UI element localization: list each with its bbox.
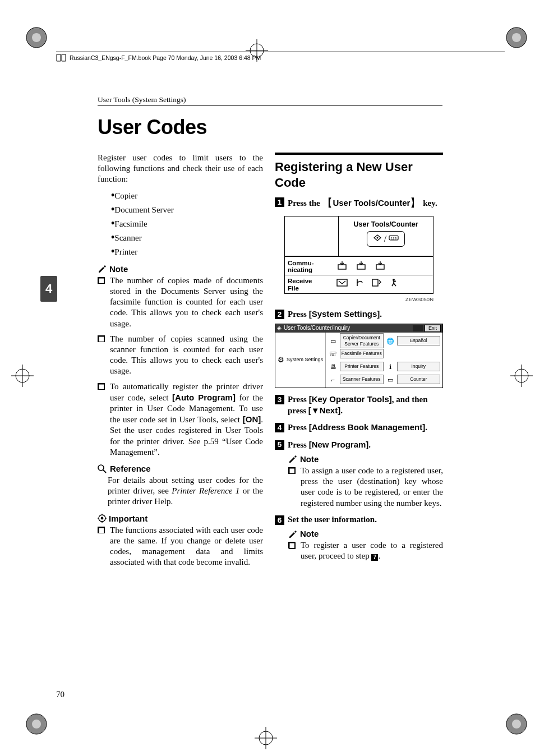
checkbox-icon (98, 527, 104, 533)
step-number-icon: 6 (275, 515, 284, 525)
counter-button: Counter (397, 375, 441, 384)
tray-down-icon (356, 260, 367, 270)
step-number-icon: 2 (275, 310, 284, 319)
running-head: User Tools (System Settings) (98, 95, 186, 104)
checkbox-icon (98, 335, 104, 342)
column-left: Register user codes to limit users to th… (98, 153, 263, 573)
pencil-note-icon (98, 264, 107, 273)
page-number: 70 (56, 690, 64, 699)
registration-mark-icon (502, 710, 531, 738)
person-walk-icon (389, 278, 400, 287)
book-header-text: RussianC3_ENgsg-F_FM.book Page 70 Monday… (70, 54, 261, 61)
control-panel-illustration: User Tools/Counter / 123 Commu-nicating (284, 216, 433, 294)
column-right: Registering a New User Code 1 Press the … (275, 153, 443, 566)
page-arrow-icon (371, 278, 381, 287)
registration-mark-icon (22, 710, 50, 738)
svg-point-3 (512, 33, 521, 42)
note-item: To automatically register the printer dr… (98, 381, 263, 458)
step-2: 2 Press [System Settings]. (275, 308, 443, 320)
intro-paragraph: Register user codes to limit users to th… (98, 153, 263, 185)
svg-text:123: 123 (391, 237, 397, 240)
checkbox-icon (98, 383, 104, 390)
svg-point-23 (101, 517, 104, 520)
panel-title: User Tools/Counter (339, 220, 433, 229)
note-item: To assign a user code to a registered us… (288, 465, 443, 509)
counter-icon: ▭ (385, 376, 395, 384)
section-rule (275, 153, 443, 155)
facsimile-features-button: Facsimile Features (340, 349, 384, 358)
important-text: The functions associated with each user … (110, 525, 263, 567)
alignment-mark-icon (11, 365, 34, 387)
tray-down-icon (375, 260, 386, 270)
step-body: Press [New Program]. (288, 439, 443, 450)
list-item: Copier (98, 189, 263, 202)
note-list: The number of copies made of documents s… (98, 275, 263, 458)
alignment-mark-icon (510, 365, 533, 387)
reference-label: Reference (110, 463, 151, 474)
diamond-icon: ◈ (277, 325, 282, 332)
screenshot-clock (413, 325, 423, 331)
communicating-label: Commu-nicating (285, 258, 333, 275)
communicating-icons (333, 258, 433, 275)
step-6-note: Note To register a user code to a regist… (275, 528, 443, 562)
svg-point-1 (32, 33, 41, 42)
svg-point-20 (98, 465, 104, 471)
function-list: Copier Document Server Facsimile Scanner… (98, 189, 263, 258)
svg-point-7 (512, 720, 521, 729)
system-settings-label: System Settings (287, 357, 323, 363)
registration-mark-icon (22, 24, 50, 52)
step-body: Press [System Settings]. (288, 308, 443, 320)
copier-icon: ▭ (328, 337, 338, 345)
list-item: Facsimile (98, 217, 263, 230)
arrow-right-icon (356, 278, 363, 287)
svg-rect-32 (338, 265, 346, 269)
important-heading: Important (98, 513, 263, 524)
note-heading: Note (98, 264, 263, 274)
reference-heading: Reference (98, 463, 263, 474)
step-5: 5 Press [New Program]. (275, 439, 443, 450)
page-title: User Codes (98, 116, 207, 139)
section-heading: Registering a New User Code (275, 159, 443, 191)
step-number-icon: 5 (275, 440, 284, 450)
step-number-icon: 3 (275, 395, 284, 404)
note-item: To register a user code to a registered … (288, 540, 443, 561)
running-head-rule (98, 105, 442, 106)
lcd-screenshot: ◈ User Tools/Counter/Inquiry Exit ⚙ Syst… (275, 324, 443, 389)
gear-icon: ⚙ (278, 356, 284, 365)
reference-emphasis: Printer Reference 1 (172, 486, 239, 495)
reference-body: For details about setting user codes for… (98, 475, 263, 508)
fax-icon: ☏ (328, 350, 338, 358)
alignment-mark-icon (255, 727, 277, 749)
inquiry-button: Inquiry (397, 362, 441, 371)
scanner-icon: ⌐ (328, 376, 338, 384)
copier-features-button: Copier/Document Server Features (340, 333, 384, 349)
counter-icon: 123 (389, 234, 399, 242)
step-5-note: Note To assign a user code to a register… (275, 454, 443, 509)
registration-mark-icon (502, 24, 531, 52)
note-text: To assign a user code to a registered us… (301, 466, 443, 508)
note-text: The number of copies made of documents s… (110, 276, 263, 328)
gear-important-icon (98, 514, 107, 523)
step-body: Press [Address Book Management]. (288, 422, 443, 433)
svg-point-5 (32, 720, 41, 729)
note-label: Note (109, 264, 128, 274)
note-text: The number of copies scanned using the s… (110, 334, 263, 376)
note-item: The number of copies made of documents s… (98, 275, 263, 329)
magnifier-reference-icon (98, 464, 107, 473)
espanol-button: Español (397, 336, 441, 345)
note-text: To register a user code to a registered … (301, 541, 443, 560)
page: RussianC3_ENgsg-F_FM.book Page 70 Monday… (0, 0, 535, 756)
tray-down-icon (336, 260, 348, 270)
svg-rect-34 (376, 265, 384, 269)
list-item: Printer (98, 245, 263, 258)
feature-grid: ▭Copier/Document Server Features 🌐Españo… (326, 333, 442, 388)
pencil-note-icon (288, 529, 297, 538)
system-settings-tab: ⚙ System Settings (275, 333, 326, 388)
step-number-icon: 1 (275, 197, 284, 207)
note-item: The number of copies scanned using the s… (98, 334, 263, 377)
globe-icon: 🌐 (385, 337, 395, 345)
note-text: To automatically register the printer dr… (110, 382, 263, 457)
scanner-features-button: Scanner Features (340, 375, 384, 384)
book-icon (56, 54, 66, 62)
screenshot-title: User Tools/Counter/Inquiry (284, 325, 350, 332)
